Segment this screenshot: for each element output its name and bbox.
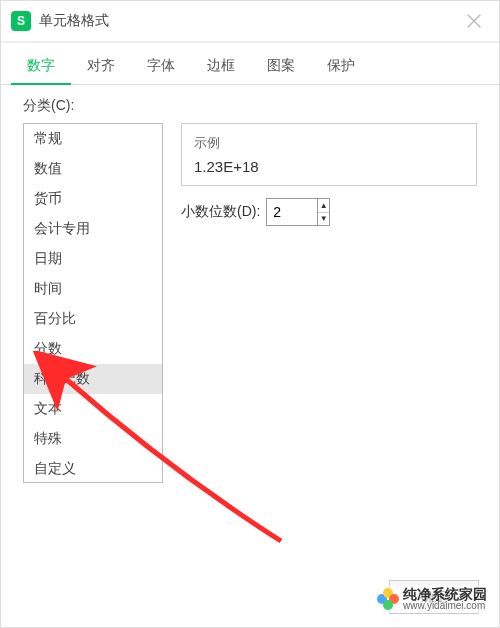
format-cells-dialog: S 单元格格式 数字对齐字体边框图案保护 分类(C): 常规数值货币会计专用日期…	[0, 0, 500, 628]
window-title: 单元格格式	[39, 12, 459, 30]
tab-bar: 数字对齐字体边框图案保护	[1, 49, 499, 85]
watermark: 纯净系统家园 www.yidaimei.com	[373, 585, 491, 613]
watermark-icon	[377, 588, 399, 610]
category-item-2[interactable]: 货币	[24, 184, 162, 214]
titlebar: S 单元格格式	[1, 1, 499, 43]
close-icon	[467, 14, 481, 28]
tab-5[interactable]: 保护	[311, 49, 371, 84]
watermark-text: 纯净系统家园 www.yidaimei.com	[403, 587, 487, 611]
dialog-body: 分类(C): 常规数值货币会计专用日期时间百分比分数科学记数文本特殊自定义 示例…	[1, 85, 499, 567]
category-item-11[interactable]: 自定义	[24, 454, 162, 483]
decimal-places-spinner[interactable]: ▲ ▼	[266, 198, 330, 226]
decimal-places-input[interactable]	[267, 199, 317, 225]
tab-4[interactable]: 图案	[251, 49, 311, 84]
spinner-up[interactable]: ▲	[318, 199, 329, 213]
tab-0[interactable]: 数字	[11, 49, 71, 85]
category-item-10[interactable]: 特殊	[24, 424, 162, 454]
category-item-7[interactable]: 分数	[24, 334, 162, 364]
example-label: 示例	[194, 134, 464, 152]
tab-2[interactable]: 字体	[131, 49, 191, 84]
category-item-5[interactable]: 时间	[24, 274, 162, 304]
app-icon-letter: S	[17, 14, 25, 28]
spinner-arrows: ▲ ▼	[317, 199, 329, 225]
app-icon: S	[11, 11, 31, 31]
tab-1[interactable]: 对齐	[71, 49, 131, 84]
category-item-9[interactable]: 文本	[24, 394, 162, 424]
category-item-3[interactable]: 会计专用	[24, 214, 162, 244]
category-item-0[interactable]: 常规	[24, 124, 162, 154]
category-item-8[interactable]: 科学记数	[24, 364, 162, 394]
spinner-down[interactable]: ▼	[318, 213, 329, 226]
example-box: 示例 1.23E+18	[181, 123, 477, 186]
category-item-6[interactable]: 百分比	[24, 304, 162, 334]
right-pane: 示例 1.23E+18 小数位数(D): ▲ ▼	[181, 123, 477, 226]
content-row: 常规数值货币会计专用日期时间百分比分数科学记数文本特殊自定义 示例 1.23E+…	[23, 123, 477, 483]
decimal-places-row: 小数位数(D): ▲ ▼	[181, 198, 477, 226]
category-item-1[interactable]: 数值	[24, 154, 162, 184]
tab-3[interactable]: 边框	[191, 49, 251, 84]
decimal-places-label: 小数位数(D):	[181, 203, 260, 221]
category-label: 分类(C):	[23, 97, 477, 115]
watermark-title: 纯净系统家园	[403, 587, 487, 601]
close-button[interactable]	[459, 6, 489, 36]
watermark-url: www.yidaimei.com	[403, 601, 487, 611]
category-item-4[interactable]: 日期	[24, 244, 162, 274]
category-list[interactable]: 常规数值货币会计专用日期时间百分比分数科学记数文本特殊自定义	[23, 123, 163, 483]
example-value: 1.23E+18	[194, 158, 464, 175]
